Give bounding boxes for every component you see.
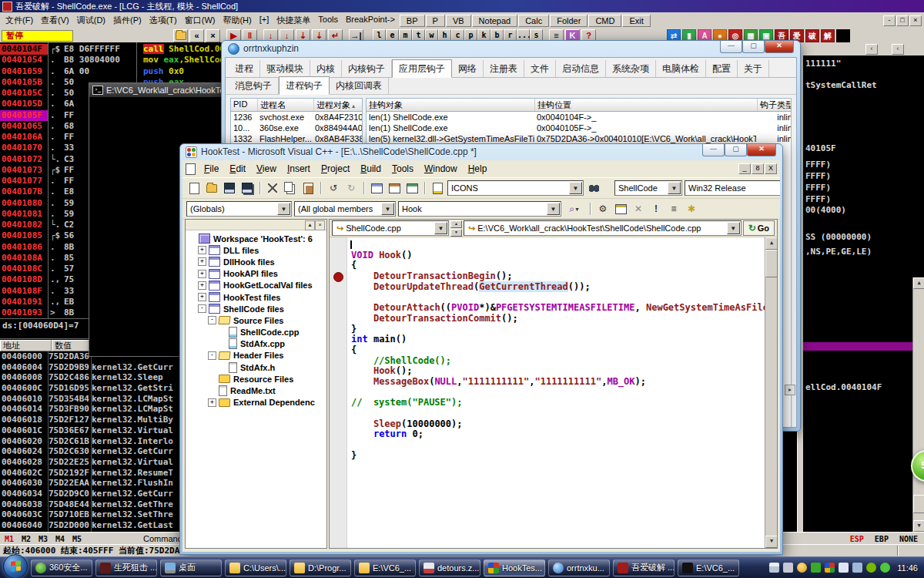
memory-tab[interactable]: M1 <box>5 533 14 545</box>
dbg-menu-button[interactable]: Folder <box>550 15 588 27</box>
dbg-menu-item[interactable]: 快捷菜单 <box>273 13 314 28</box>
hooktool-tab-系统杂项[interactable]: 系统杂项 <box>606 60 656 77</box>
tree-item[interactable]: ShellCode.cpp <box>188 327 326 338</box>
editor-scrollbar[interactable]: ▲ ▼ <box>765 237 777 548</box>
members-combo[interactable]: (All global members ▼ <box>294 201 396 217</box>
process-column-header[interactable]: PID <box>231 99 258 111</box>
vc-menu-window[interactable]: Window <box>419 162 463 176</box>
scroll-left-icon[interactable]: ‹ <box>892 44 904 55</box>
chevron-down-icon[interactable]: ▼ <box>547 203 560 215</box>
window-control-button[interactable]: × <box>909 15 922 26</box>
collapse-icon[interactable]: - <box>208 351 216 360</box>
tree-item[interactable]: -ShellCode files <box>188 303 326 314</box>
hooktool-tab-驱动模块[interactable]: 驱动模块 <box>260 60 310 77</box>
scroll-up-icon[interactable]: ▲ <box>765 237 777 250</box>
tree-item[interactable]: +HookGetLocalVal files <box>188 280 326 291</box>
taskbar-button--[interactable]: 桌面 <box>160 560 222 576</box>
tree-item[interactable]: +HookTest files <box>188 291 326 303</box>
dbg-menu-button[interactable]: BP <box>400 15 425 27</box>
workspace-pane-gripper[interactable]: ▴ × <box>186 220 326 230</box>
360-coin-icon[interactable] <box>797 563 807 573</box>
expand-icon[interactable]: + <box>198 270 206 278</box>
dbg-menu-button[interactable]: P <box>426 15 445 27</box>
close-icon[interactable]: × <box>315 220 325 230</box>
taskbar-button--[interactable]: 生死狙击 ... <box>95 560 157 576</box>
dump-header-cell[interactable]: 地址 <box>0 340 52 351</box>
360-circle-icon[interactable] <box>880 563 890 573</box>
hook-column-header[interactable]: 钩子类型 <box>758 99 792 111</box>
chevron-down-icon[interactable]: ▼ <box>381 203 394 215</box>
vc-menu-tools[interactable]: Tools <box>387 162 419 176</box>
project-combo[interactable]: ShellCode ▼ <box>614 180 682 196</box>
dbg-menu-item[interactable]: 帮助(H) <box>219 13 255 28</box>
build-button[interactable] <box>613 202 628 217</box>
expand-icon[interactable]: + <box>198 246 206 254</box>
mdi-control-button[interactable]: 8 <box>752 163 764 174</box>
chevron-down-icon[interactable]: ▼ <box>277 203 290 215</box>
dbg-menu-button[interactable]: Exit <box>622 15 650 27</box>
execute-button[interactable]: ! <box>648 202 664 217</box>
hooktool-tab-应用层钩子[interactable]: 应用层钩子 <box>392 59 452 78</box>
taskbar-button-e-vc6-[interactable]: E:\VC6_... <box>354 560 416 576</box>
undo-button[interactable]: ↺ <box>326 181 341 196</box>
dbg-menu-item[interactable]: 窗口(W) <box>181 13 219 28</box>
vc-titlebar[interactable]: HookTest - Microsoft Visual C++ - [E:\..… <box>180 144 782 160</box>
expand-icon[interactable]: + <box>208 398 216 407</box>
chevron-down-icon[interactable]: ▼ <box>569 182 582 194</box>
dbg-menu-item[interactable]: 调试(D) <box>73 13 109 28</box>
stop-build-button[interactable]: ✕ <box>631 202 646 217</box>
open-file-button[interactable] <box>204 181 219 196</box>
output-toggle-button[interactable] <box>387 181 402 196</box>
file-spinner[interactable]: ▲ ▼ <box>450 220 462 237</box>
window-list-button[interactable] <box>404 181 420 196</box>
scrollbar-thumb[interactable] <box>765 250 777 277</box>
tree-item[interactable]: StdAfx.cpp <box>188 338 326 350</box>
hooktool-tab-关于[interactable]: 关于 <box>738 60 769 77</box>
tree-item[interactable]: ReadMe.txt <box>188 385 326 396</box>
dbg-menu-item[interactable]: Tools <box>314 13 342 28</box>
window-control-button[interactable]: - <box>883 15 896 26</box>
vc-menu-build[interactable]: Build <box>355 162 387 176</box>
tree-item[interactable]: Resource Files <box>188 373 326 385</box>
hooktool-titlebar[interactable]: orrtnxkuphzin <box>222 41 800 56</box>
360-shield-icon[interactable] <box>811 563 821 573</box>
hooktool-subtab-内核回调表[interactable]: 内核回调表 <box>330 77 389 94</box>
spin-up-icon[interactable]: ▲ <box>450 220 462 228</box>
register-pane[interactable]: 111111"tSystemCallRet40105FFFFF)FFFF)FFF… <box>803 55 924 532</box>
plugin-icon[interactable] <box>836 29 850 42</box>
redo-button[interactable]: ↻ <box>343 181 359 196</box>
path-combo[interactable]: ↪ E:\VC6_Work\all_crack\HookTest\ShellCo… <box>464 220 742 236</box>
dbg-menu-button[interactable]: VB <box>446 15 471 27</box>
file-combo[interactable]: ↪ ShellCode.cpp ▼ <box>332 220 449 236</box>
stack-selected-row[interactable] <box>803 342 912 351</box>
vc-menu-edit[interactable]: Edit <box>224 162 251 176</box>
compile-button[interactable]: ⚙ <box>595 202 611 217</box>
taskbar-button-e-vc6-[interactable]: E:\VC6_... <box>678 560 739 576</box>
hscroll-arrow-icon[interactable]: ▸ <box>785 385 795 395</box>
taskbar-button-hooktes-[interactable]: HookTes... <box>484 560 545 576</box>
editor-gutter[interactable] <box>330 237 347 548</box>
save-all-button[interactable] <box>239 181 255 196</box>
restart-button[interactable]: « <box>189 29 204 42</box>
collapse-icon[interactable]: - <box>208 316 216 324</box>
process-column-header[interactable]: 进程名 <box>258 99 314 111</box>
memory-tab[interactable]: M4 <box>55 533 65 545</box>
scope-combo[interactable]: (Globals) ▼ <box>186 201 292 217</box>
tree-item[interactable]: StdAfx.h <box>188 361 326 373</box>
hooktool-tab-内核[interactable]: 内核 <box>310 60 342 77</box>
maximize-button[interactable]: ▢ <box>725 144 747 156</box>
scroll-down-icon[interactable]: ▼ <box>913 520 924 532</box>
keyboard-icon[interactable] <box>769 563 779 573</box>
expand-icon[interactable]: + <box>198 281 206 290</box>
dbg-menu-button[interactable]: Notepad <box>472 15 518 27</box>
chevron-down-icon[interactable]: ▼ <box>434 222 447 234</box>
hook-row[interactable]: len(5) kernel32.dll->GetSystemTimeAsFile… <box>367 133 791 144</box>
expand-icon[interactable]: + <box>198 257 206 266</box>
window-control-button[interactable]: □ <box>896 15 909 26</box>
go-button[interactable]: ↻ Go <box>743 220 775 236</box>
hooktool-tab-电脑体检[interactable]: 电脑体检 <box>656 60 706 77</box>
process-column-header[interactable]: 进程对象▴ <box>314 99 363 111</box>
tree-item[interactable]: -Header Files <box>188 350 326 361</box>
tree-item[interactable]: -Source Files <box>188 314 326 326</box>
dbg-menu-item[interactable]: 选项(T) <box>146 13 181 28</box>
